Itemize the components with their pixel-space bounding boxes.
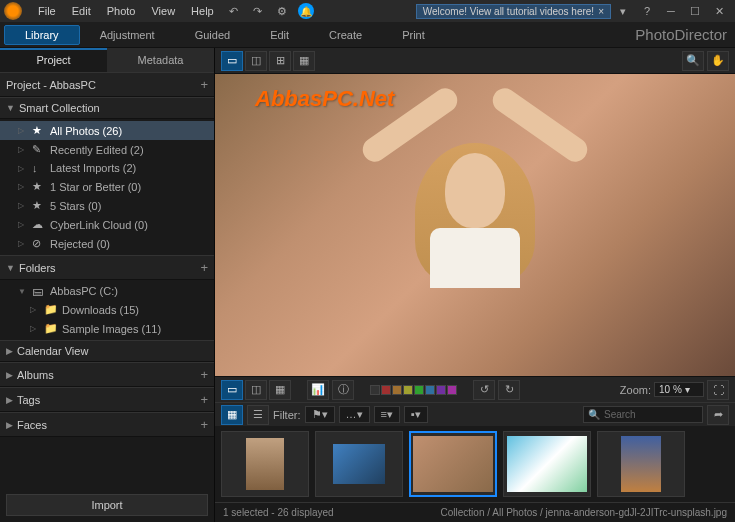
thumbnail[interactable] bbox=[597, 431, 685, 497]
mode-print[interactable]: Print bbox=[382, 26, 445, 44]
filter-toolbar: ▦ ☰ Filter: ⚑▾ …▾ ≡▾ ▪▾ 🔍 Search ➦ bbox=[215, 402, 735, 426]
help-icon[interactable]: ? bbox=[637, 1, 657, 21]
item-label: Sample Images (11) bbox=[62, 323, 161, 335]
chevron-down-icon: ▼ bbox=[6, 103, 15, 113]
export-icon[interactable]: ➦ bbox=[707, 405, 729, 425]
settings-gear-icon[interactable]: ⚙ bbox=[272, 1, 292, 21]
filter-flag-button[interactable]: ⚑▾ bbox=[305, 406, 335, 423]
tab-metadata[interactable]: Metadata bbox=[107, 48, 214, 72]
folder-root[interactable]: ▼🖴AbbasPC (C:) bbox=[0, 282, 214, 300]
sidebar-item-all-photos[interactable]: ▷★All Photos (26) bbox=[0, 121, 214, 140]
add-face-icon[interactable]: + bbox=[200, 417, 208, 432]
zoom-tool-icon[interactable]: 🔍 bbox=[682, 51, 704, 71]
folder-downloads[interactable]: ▷📁Downloads (15) bbox=[0, 300, 214, 319]
thumbnail[interactable] bbox=[221, 431, 309, 497]
thumbnail[interactable] bbox=[503, 431, 591, 497]
rotate-left-icon[interactable]: ↺ bbox=[473, 380, 495, 400]
status-selection: 1 selected - 26 displayed bbox=[223, 507, 334, 518]
preview-area[interactable]: AbbasPC.Net bbox=[215, 74, 735, 376]
add-project-icon[interactable]: + bbox=[200, 77, 208, 92]
panel-smart-collection[interactable]: ▼ Smart Collection bbox=[0, 97, 214, 119]
view-grid-icon[interactable]: ▦ bbox=[293, 51, 315, 71]
sidebar-item-1star[interactable]: ▷★1 Star or Better (0) bbox=[0, 177, 214, 196]
color-swatch[interactable] bbox=[381, 385, 391, 395]
sidebar-item-5stars[interactable]: ▷★5 Stars (0) bbox=[0, 196, 214, 215]
info-icon[interactable]: ⓘ bbox=[332, 380, 354, 400]
preview-image: AbbasPC.Net bbox=[215, 74, 735, 376]
menu-help[interactable]: Help bbox=[183, 5, 222, 17]
menu-edit[interactable]: Edit bbox=[64, 5, 99, 17]
close-banner-icon[interactable]: × bbox=[598, 6, 604, 17]
notification-icon[interactable]: 🔔 bbox=[296, 1, 316, 21]
thumb-small-icon[interactable]: ▦ bbox=[221, 405, 243, 425]
color-swatch[interactable] bbox=[436, 385, 446, 395]
filter-stack-button[interactable]: ▪▾ bbox=[404, 406, 428, 423]
color-swatch[interactable] bbox=[370, 385, 380, 395]
mode-edit[interactable]: Edit bbox=[250, 26, 309, 44]
project-title-row: Project - AbbasPC + bbox=[0, 72, 214, 97]
sidebar-item-cloud[interactable]: ▷☁CyberLink Cloud (0) bbox=[0, 215, 214, 234]
item-label: 1 Star or Better (0) bbox=[50, 181, 141, 193]
undo-icon[interactable]: ↶ bbox=[224, 1, 244, 21]
panel-calendar[interactable]: ▶Calendar View bbox=[0, 340, 214, 362]
color-swatch[interactable] bbox=[403, 385, 413, 395]
sidebar-item-rejected[interactable]: ▷⊘Rejected (0) bbox=[0, 234, 214, 253]
search-input[interactable]: 🔍 Search bbox=[583, 406, 703, 423]
menu-view[interactable]: View bbox=[143, 5, 183, 17]
add-folder-icon[interactable]: + bbox=[200, 260, 208, 275]
menu-photo[interactable]: Photo bbox=[99, 5, 144, 17]
main-area: Project Metadata Project - AbbasPC + ▼ S… bbox=[0, 48, 735, 522]
view-compare-icon[interactable]: ◫ bbox=[245, 51, 267, 71]
minimize-button[interactable]: ─ bbox=[659, 1, 683, 21]
add-tag-icon[interactable]: + bbox=[200, 392, 208, 407]
layout-grid-icon[interactable]: ▦ bbox=[269, 380, 291, 400]
filter-sort-button[interactable]: ≡▾ bbox=[374, 406, 400, 423]
mode-create[interactable]: Create bbox=[309, 26, 382, 44]
color-swatch[interactable] bbox=[392, 385, 402, 395]
maximize-button[interactable]: ☐ bbox=[683, 1, 707, 21]
thumbnail-selected[interactable] bbox=[409, 431, 497, 497]
rotate-right-icon[interactable]: ↻ bbox=[498, 380, 520, 400]
panel-folders[interactable]: ▼ Folders + bbox=[0, 255, 214, 280]
sidebar-item-recently-edited[interactable]: ▷✎Recently Edited (2) bbox=[0, 140, 214, 159]
pan-tool-icon[interactable]: ✋ bbox=[707, 51, 729, 71]
fullscreen-icon[interactable]: ⛶ bbox=[707, 380, 729, 400]
zoom-select[interactable]: 10 % ▾ bbox=[654, 382, 704, 397]
tab-project[interactable]: Project bbox=[0, 48, 107, 72]
add-album-icon[interactable]: + bbox=[200, 367, 208, 382]
filmstrip[interactable] bbox=[215, 426, 735, 502]
panel-faces[interactable]: ▶Faces+ bbox=[0, 412, 214, 437]
layout-single-icon[interactable]: ▭ bbox=[221, 380, 243, 400]
color-swatch[interactable] bbox=[447, 385, 457, 395]
statusbar: 1 selected - 26 displayed Collection / A… bbox=[215, 502, 735, 522]
redo-icon[interactable]: ↷ bbox=[248, 1, 268, 21]
sidebar-item-latest-imports[interactable]: ▷↓Latest Imports (2) bbox=[0, 159, 214, 177]
welcome-banner[interactable]: Welcome! View all tutorial videos here! … bbox=[416, 4, 611, 19]
dropdown-icon[interactable]: ▾ bbox=[613, 1, 633, 21]
close-button[interactable]: ✕ bbox=[707, 1, 731, 21]
mode-library[interactable]: Library bbox=[4, 25, 80, 45]
folder-icon: 📁 bbox=[44, 303, 58, 316]
mode-guided[interactable]: Guided bbox=[175, 26, 250, 44]
folder-sample-images[interactable]: ▷📁Sample Images (11) bbox=[0, 319, 214, 338]
project-title: Project - AbbasPC bbox=[6, 79, 96, 91]
status-path: Collection / All Photos / jenna-anderson… bbox=[441, 507, 727, 518]
layout-dual-icon[interactable]: ◫ bbox=[245, 380, 267, 400]
panel-albums[interactable]: ▶Albums+ bbox=[0, 362, 214, 387]
thumbnail[interactable] bbox=[315, 431, 403, 497]
view-single-icon[interactable]: ▭ bbox=[221, 51, 243, 71]
thumb-list-icon[interactable]: ☰ bbox=[247, 405, 269, 425]
item-label: 5 Stars (0) bbox=[50, 200, 101, 212]
panel-label: Albums bbox=[17, 369, 54, 381]
folders-body: ▼🖴AbbasPC (C:) ▷📁Downloads (15) ▷📁Sample… bbox=[0, 280, 214, 340]
filter-star-button[interactable]: …▾ bbox=[339, 406, 370, 423]
view-split-icon[interactable]: ⊞ bbox=[269, 51, 291, 71]
histogram-icon[interactable]: 📊 bbox=[307, 380, 329, 400]
color-swatch[interactable] bbox=[425, 385, 435, 395]
import-button[interactable]: Import bbox=[6, 494, 208, 516]
menu-file[interactable]: File bbox=[30, 5, 64, 17]
panel-tags[interactable]: ▶Tags+ bbox=[0, 387, 214, 412]
mode-adjustment[interactable]: Adjustment bbox=[80, 26, 175, 44]
item-label: AbbasPC (C:) bbox=[50, 285, 118, 297]
color-swatch[interactable] bbox=[414, 385, 424, 395]
